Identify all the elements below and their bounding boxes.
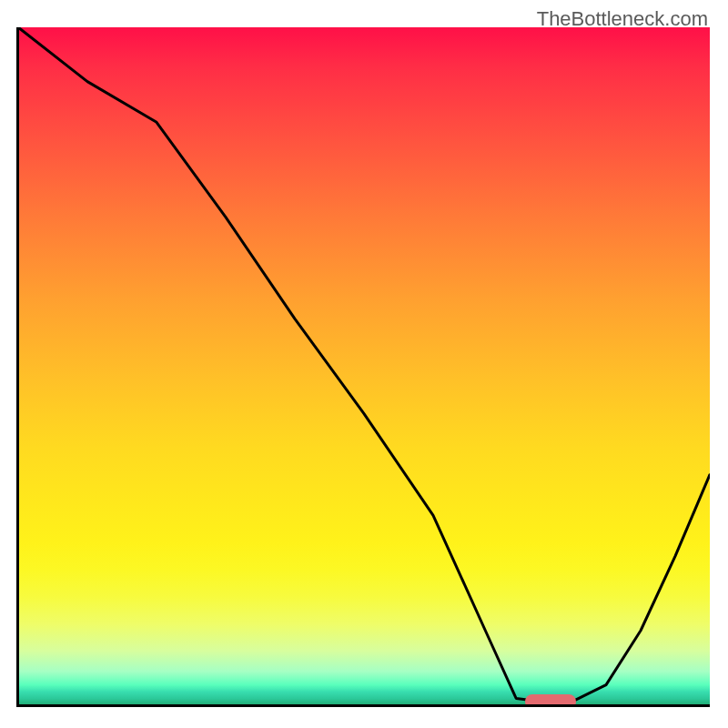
plot-area bbox=[18, 27, 710, 705]
chart-container: TheBottleneck.com bbox=[0, 0, 728, 728]
bottleneck-curve bbox=[18, 27, 710, 705]
y-axis bbox=[16, 27, 19, 707]
watermark-text: TheBottleneck.com bbox=[537, 7, 708, 31]
x-axis bbox=[16, 704, 710, 707]
